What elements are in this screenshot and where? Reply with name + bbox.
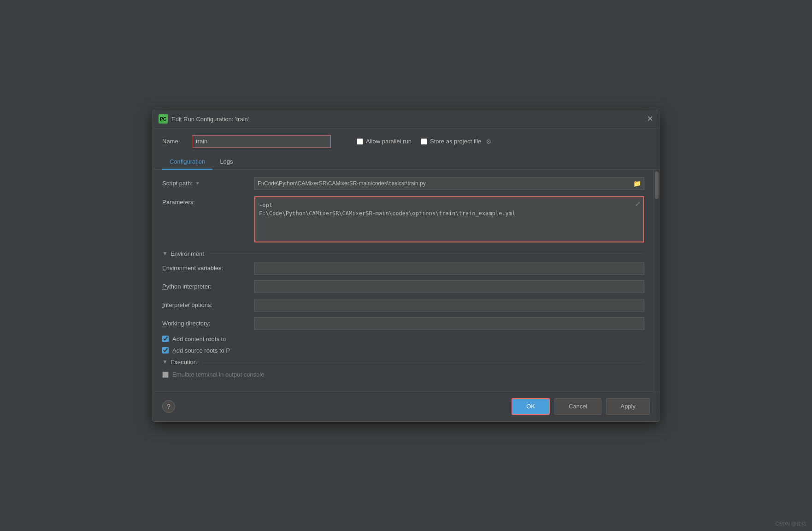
title-bar: PC Edit Run Configuration: 'train' ✕ — [153, 110, 659, 129]
execution-expand-icon: ▼ — [162, 359, 168, 365]
name-input[interactable] — [193, 135, 331, 148]
dropdown-arrow-icon[interactable]: ▼ — [195, 181, 200, 186]
env-expand-icon: ▼ — [162, 250, 168, 257]
title-bar-left: PC Edit Run Configuration: 'train' — [159, 114, 249, 124]
env-variables-label: Environment variables: — [162, 265, 254, 271]
env-variables-value[interactable] — [254, 262, 644, 275]
interpreter-options-value[interactable] — [254, 299, 644, 312]
working-directory-value[interactable] — [254, 317, 644, 330]
python-interpreter-row: Python interpreter: — [162, 280, 644, 293]
vertical-scrollbar[interactable] — [653, 170, 659, 391]
parameters-row: Parameters: -opt F:\Code\Python\CAMixerS… — [162, 196, 644, 244]
python-interpreter-value[interactable] — [254, 280, 644, 293]
add-source-roots-row: Add source roots to P — [162, 347, 644, 354]
script-path-row: Script path: ▼ F:\Code\Python\CAMixerSR\… — [162, 177, 644, 190]
script-path-value: F:\Code\Python\CAMixerSR\CAMixerSR-main\… — [258, 180, 426, 187]
emulate-terminal-checkbox[interactable] — [162, 372, 169, 378]
left-panel: Script path: ▼ F:\Code\Python\CAMixerSR\… — [153, 170, 653, 391]
tabs-bar: Configuration Logs — [153, 154, 659, 170]
gear-icon: ⚙ — [486, 138, 492, 145]
content-area: Script path: ▼ F:\Code\Python\CAMixerSR\… — [153, 170, 659, 391]
add-content-roots-row: Add content roots to — [162, 336, 644, 342]
store-as-project-file-checkbox[interactable] — [421, 138, 427, 145]
working-directory-row: Working directory: — [162, 317, 644, 330]
store-as-project-file-label[interactable]: Store as project file ⚙ — [421, 138, 492, 145]
parameters-label: Parameters: — [162, 196, 254, 206]
apply-button[interactable]: Apply — [606, 398, 650, 415]
tab-configuration[interactable]: Configuration — [162, 154, 212, 170]
scrollbar-thumb[interactable] — [655, 171, 659, 199]
script-path-label: Script path: ▼ — [162, 180, 254, 187]
dialog-overlay: PC Edit Run Configuration: 'train' ✕ Nam… — [0, 0, 812, 531]
expand-icon[interactable]: ⤢ — [635, 200, 641, 207]
help-button[interactable]: ? — [162, 400, 175, 413]
button-row: ? OK Cancel Apply — [153, 391, 659, 421]
section-divider — [210, 254, 644, 254]
params-container: -opt F:\Code\Python\CAMixerSR\CAMixerSR-… — [254, 196, 644, 244]
folder-icon[interactable]: 📁 — [633, 180, 641, 187]
tab-logs[interactable]: Logs — [212, 154, 240, 170]
name-row: Name: Allow parallel run Store as projec… — [153, 129, 659, 154]
edit-run-config-dialog: PC Edit Run Configuration: 'train' ✕ Nam… — [153, 110, 659, 422]
ok-button[interactable]: OK — [512, 398, 550, 415]
action-buttons: OK Cancel Apply — [512, 398, 650, 415]
working-directory-label: Working directory: — [162, 320, 254, 327]
name-options: Allow parallel run Store as project file… — [357, 138, 492, 145]
cancel-button[interactable]: Cancel — [554, 398, 601, 415]
script-path-input[interactable]: F:\Code\Python\CAMixerSR\CAMixerSR-main\… — [254, 177, 644, 190]
allow-parallel-run-label[interactable]: Allow parallel run — [357, 138, 412, 145]
interpreter-options-row: Interpreter options: — [162, 299, 644, 312]
env-variables-row: Environment variables: — [162, 262, 644, 275]
add-source-roots-checkbox[interactable] — [162, 347, 169, 354]
execution-section-divider — [202, 362, 644, 362]
environment-section-header[interactable]: ▼ Environment — [162, 250, 644, 257]
execution-section-header[interactable]: ▼ Execution — [162, 359, 644, 366]
add-content-roots-checkbox[interactable] — [162, 336, 169, 342]
dialog-title: Edit Run Configuration: 'train' — [171, 116, 249, 123]
parameters-input[interactable]: -opt F:\Code\Python\CAMixerSR\CAMixerSR-… — [254, 196, 644, 242]
name-label: Name: — [162, 138, 185, 145]
app-icon: PC — [159, 114, 168, 124]
watermark: CSDN @佐佑 — [776, 520, 806, 527]
allow-parallel-run-checkbox[interactable] — [357, 138, 363, 145]
close-button[interactable]: ✕ — [646, 115, 653, 123]
interpreter-options-label: Interpreter options: — [162, 301, 254, 308]
emulate-terminal-row: Emulate terminal in output console — [162, 370, 644, 379]
python-interpreter-label: Python interpreter: — [162, 283, 254, 290]
